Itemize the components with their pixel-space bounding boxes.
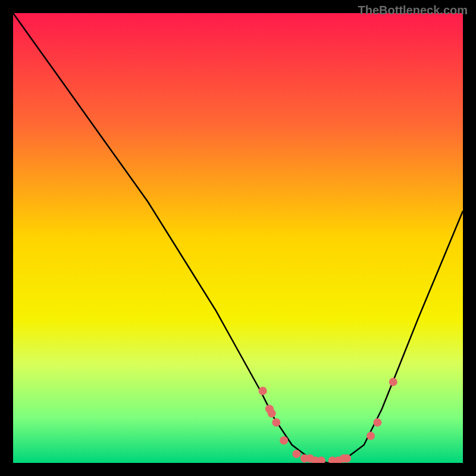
data-point [272,418,280,427]
bottleneck-chart [13,13,463,463]
chart-container [13,13,463,463]
data-point [292,450,300,458]
gradient-background [13,13,463,463]
data-point [280,436,288,444]
data-point [389,378,397,386]
watermark-text: TheBottleneck.com [358,4,468,17]
data-point [343,454,351,462]
data-point [367,432,375,440]
data-point [259,387,267,395]
data-point [268,409,276,418]
data-point [373,418,381,427]
